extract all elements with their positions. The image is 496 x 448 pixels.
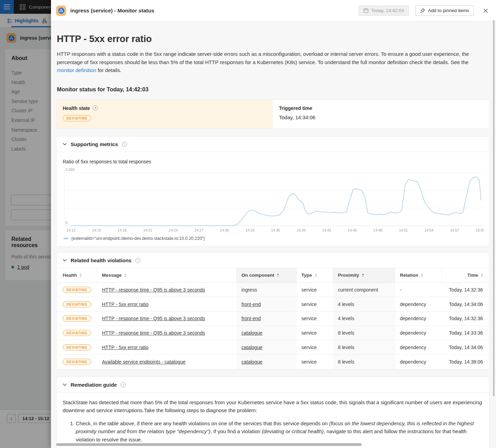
violation-message-link[interactable]: Available service endpoints - catalogue (102, 359, 186, 365)
chart-title: Ratio of 5xx responses to total response… (63, 159, 483, 164)
ratio-line-chart[interactable]: 0.350014:1214:1514:1814:2114:2414:2714:3… (63, 165, 484, 234)
violation-message-link[interactable]: HTTP - response time - Q95 is above 3 se… (102, 287, 205, 293)
help-icon[interactable]: ? (135, 258, 141, 263)
sort-arrows-icon (421, 274, 423, 277)
violations-table-header: HealthMessageOn componentTypeProximityRe… (56, 268, 489, 283)
svg-text:14:51: 14:51 (399, 228, 408, 232)
sort-arrows-icon (80, 274, 82, 277)
relation-value: dependency (400, 330, 426, 336)
background-page: Components Highlights (0, 0, 51, 448)
proximity-value: 8 levels (338, 359, 354, 365)
violation-row: DEVIATINGHTTP - 5xx error ratiofront-end… (56, 297, 489, 312)
close-icon[interactable] (483, 8, 489, 14)
time-picker-button[interactable]: Today, 14:42:03 (359, 6, 409, 16)
sort-arrows-icon (315, 274, 317, 277)
health-status-badge: DEVIATING (63, 344, 91, 350)
svg-text:14:12: 14:12 (66, 228, 75, 232)
violation-message-link[interactable]: HTTP - 5xx error ratio (102, 345, 148, 350)
legend-label: {externalId="urn:endpoint:/demo-dev.demo… (71, 236, 205, 241)
column-header-relation[interactable]: Relation (395, 268, 442, 283)
column-header-time[interactable]: Time (442, 268, 489, 283)
health-status-badge: DEVIATING (63, 287, 91, 293)
violation-message-link[interactable]: HTTP - response time - Q95 is above 3 se… (102, 316, 205, 321)
violation-message-link[interactable]: HTTP - 5xx error ratio (102, 302, 148, 307)
health-state-panel: Health state ? DEVIATING Triggered time … (56, 100, 489, 129)
svg-text:14:57: 14:57 (450, 228, 459, 232)
sort-arrows-icon (124, 274, 126, 277)
svg-text:14:36: 14:36 (271, 228, 280, 232)
svg-text:14:15: 14:15 (92, 228, 101, 232)
svg-text:0: 0 (65, 221, 68, 225)
component-link[interactable]: front-end (241, 302, 261, 307)
column-header-message[interactable]: Message (97, 268, 237, 283)
relation-value: dependency (400, 345, 426, 350)
health-state-box: Health state ? DEVIATING (56, 100, 273, 129)
svg-text:14:21: 14:21 (143, 228, 152, 232)
remediation-guide-body: StackState has detected that more than 5… (56, 393, 489, 448)
relation-value: - (400, 287, 402, 293)
type-value: service (301, 287, 317, 293)
svg-text:14:39: 14:39 (297, 228, 306, 232)
time-value: Today, 14:34:06 (449, 302, 483, 307)
type-value: service (301, 359, 317, 365)
time-value: Today, 14:34:06 (449, 345, 483, 350)
calendar-icon (363, 8, 369, 13)
component-link[interactable]: catalogue (241, 345, 262, 350)
vertical-scrollbar[interactable] (493, 20, 495, 396)
health-status-badge: DEVIATING (63, 301, 91, 307)
component-link[interactable]: catalogue (241, 330, 262, 336)
supporting-metrics-header[interactable]: Supporting metrics ? (56, 136, 489, 152)
screen: Components Highlights (0, 0, 496, 448)
health-status-badge: DEVIATING (63, 359, 91, 365)
remediation-intro: StackState has detected that more than 5… (63, 398, 483, 415)
health-status-badge: DEVIATING (63, 315, 91, 322)
proximity-value: 4 levels (338, 302, 354, 307)
column-header-health[interactable]: Health (56, 268, 97, 283)
violation-message-link[interactable]: HTTP - response time - Q95 is above 3 se… (102, 330, 205, 336)
related-health-violations-section: Related health violations ? HealthMessag… (56, 252, 489, 369)
modal-header: ingress (service) - Monitor status Today… (51, 0, 496, 21)
column-header-on-component[interactable]: On component (237, 268, 297, 283)
proximity-value: 8 levels (338, 330, 354, 336)
sort-arrows-icon (277, 274, 279, 277)
related-health-violations-header[interactable]: Related health violations ? (56, 253, 489, 268)
type-value: service (301, 345, 317, 350)
health-status-badge: DEVIATING (63, 330, 91, 336)
add-to-pinned-items-button[interactable]: Add to pinned items (415, 6, 474, 16)
monitor-status-modal: ingress (service) - Monitor status Today… (51, 0, 496, 448)
modal-backdrop[interactable] (0, 0, 51, 448)
related-health-violations-title: Related health violations (71, 257, 132, 263)
health-status-badge: DEVIATING (63, 115, 91, 121)
horizontal-scrollbar[interactable] (56, 443, 362, 446)
component-link[interactable]: catalogue (241, 359, 262, 365)
svg-text:14:45: 14:45 (348, 228, 357, 232)
help-icon[interactable]: ? (121, 382, 126, 387)
sort-arrows-icon (362, 274, 364, 277)
remediation-guide-title: Remediation guide (71, 382, 117, 388)
triggered-time-box: Triggered time Today, 14:34:06 (273, 100, 489, 129)
time-value: Today, 14:33:36 (449, 330, 483, 336)
svg-text:0.350: 0.350 (65, 167, 74, 172)
triggered-time-label: Triggered time (279, 105, 312, 111)
help-icon[interactable]: ? (93, 105, 98, 111)
time-value: Today, 14:32:36 (449, 287, 483, 293)
violations-table-body: DEVIATINGHTTP - response time - Q95 is a… (56, 283, 489, 369)
svg-text:14:33: 14:33 (246, 228, 255, 232)
triggered-time-value: Today, 14:34:06 (279, 114, 483, 120)
pin-icon (420, 8, 425, 13)
column-header-type[interactable]: Type (297, 268, 333, 283)
remediation-step: Check, in the table above, if there are … (76, 419, 483, 444)
metrics-chart-body: Ratio of 5xx responses to total response… (56, 152, 489, 246)
help-icon[interactable]: ? (122, 142, 127, 147)
remediation-guide-header[interactable]: Remediation guide ? (56, 377, 489, 393)
supporting-metrics-title: Supporting metrics (71, 141, 118, 147)
legend-swatch (63, 238, 68, 239)
type-value: service (301, 302, 317, 307)
monitor-description: HTTP responses with a status code in the… (57, 50, 486, 74)
remediation-guide-section: Remediation guide ? StackState has detec… (56, 377, 489, 448)
time-value: Today, 14:32:36 (449, 316, 483, 321)
text-link[interactable]: monitor definition (57, 67, 96, 73)
component-link[interactable]: front-end (241, 316, 261, 321)
column-header-proximity[interactable]: Proximity (333, 268, 395, 283)
relation-value: dependency (400, 302, 426, 307)
